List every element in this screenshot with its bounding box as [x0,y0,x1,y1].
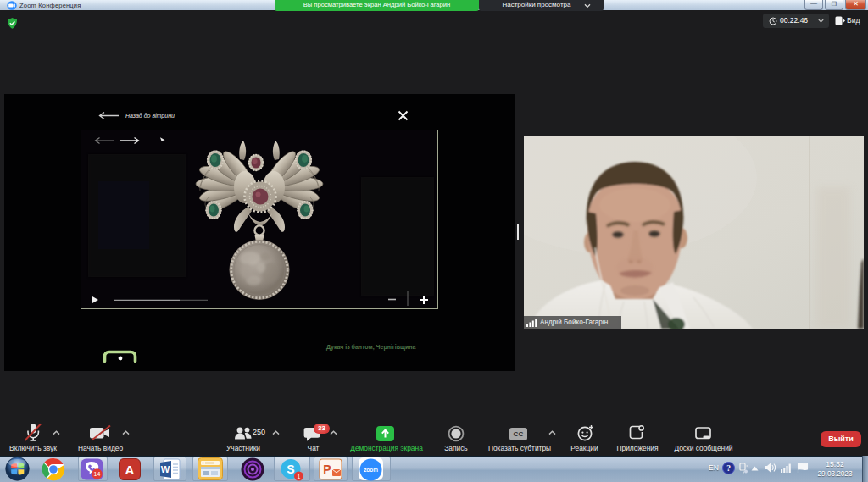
svg-text:zoom: zoom [364,467,378,473]
svg-text:W: W [161,464,170,474]
svg-text:1: 1 [298,474,301,479]
svg-text:P: P [323,463,331,476]
svg-text:S: S [287,463,294,476]
svg-text:?: ? [726,464,731,473]
svg-text:14: 14 [94,471,101,477]
svg-text:A: A [125,463,135,477]
